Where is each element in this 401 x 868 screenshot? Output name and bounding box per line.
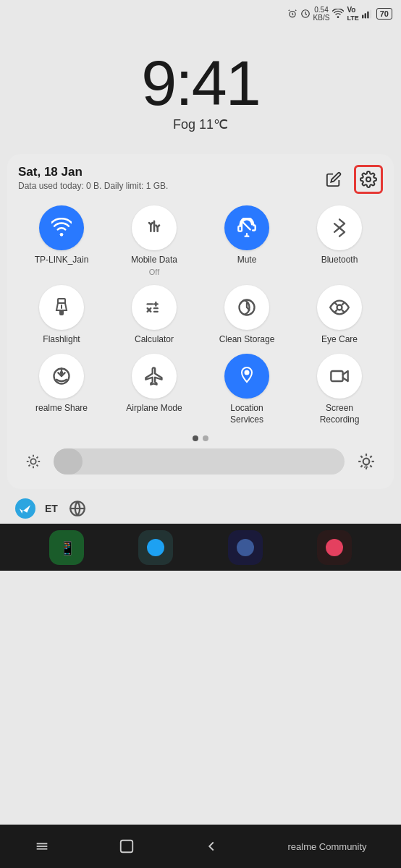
svg-rect-4 [367, 12, 368, 19]
brightness-fill [54, 448, 83, 475]
screen-recording-label: ScreenRecording [320, 403, 360, 425]
mute-label: Mute [237, 255, 257, 266]
flashlight-toggle[interactable]: Flashlight [18, 285, 105, 346]
bottom-app-row: ET [0, 489, 401, 524]
qs-header-icons [319, 165, 383, 194]
realme-share-label: realme Share [35, 403, 88, 414]
mobile-data-toggle[interactable]: Mobile Data Off [111, 205, 198, 276]
svg-text:A: A [364, 462, 368, 469]
settings-icon [360, 171, 377, 188]
flashlight-label: Flashlight [43, 334, 80, 346]
alarm-icon [287, 9, 297, 19]
svg-rect-27 [331, 371, 342, 381]
brightness-low-icon [22, 450, 45, 473]
svg-point-6 [366, 177, 371, 182]
quick-settings-panel: Sat, 18 Jan Data used today: 0 B. Daily … [7, 154, 394, 489]
svg-point-51 [237, 539, 254, 556]
bluetooth-icon [329, 218, 350, 238]
wifi-icon [332, 9, 344, 19]
settings-button[interactable] [354, 165, 383, 194]
wifi-toggle[interactable]: TP-LINK_Jain [18, 205, 105, 276]
svg-point-19 [337, 305, 342, 310]
svg-line-21 [342, 303, 344, 305]
svg-line-20 [335, 303, 337, 305]
mute-toggle[interactable]: Mute [203, 205, 290, 276]
screen-recording-circle [317, 354, 362, 399]
edit-icon [326, 171, 342, 187]
volte-icon: VoLTE [347, 6, 358, 22]
svg-line-44 [360, 466, 362, 467]
qs-date: Sat, 18 Jan [18, 165, 168, 179]
clock-icon [300, 9, 311, 19]
mobile-data-circle [132, 205, 177, 250]
clock-area: 9:41 Fog 11℃ [0, 25, 401, 140]
qs-data-usage: Data used today: 0 B. Daily limit: 1 GB. [18, 181, 168, 191]
svg-point-52 [326, 539, 343, 556]
svg-point-28 [30, 459, 35, 464]
realme-share-toggle[interactable]: realme Share [18, 354, 105, 425]
globe-app-icon[interactable] [67, 498, 88, 519]
clean-storage-label: Clean Storage [219, 334, 275, 346]
location-services-label: LocationServices [230, 403, 263, 425]
dot-1 [193, 435, 198, 441]
eye-care-icon [329, 297, 350, 318]
wifi-label: TP-LINK_Jain [35, 255, 89, 266]
nav-home-button[interactable] [119, 838, 135, 854]
nav-menu-button[interactable] [34, 838, 50, 854]
airplane-mode-toggle[interactable]: Airplane Mode [111, 354, 198, 425]
signal-icon [362, 9, 373, 19]
telegram-app-icon[interactable] [14, 498, 36, 519]
brightness-slider[interactable] [54, 448, 345, 475]
weather-label: Fog 11℃ [0, 116, 401, 132]
location-services-circle [224, 354, 269, 399]
airplane-mode-label: Airplane Mode [126, 403, 182, 414]
toggle-grid: TP-LINK_Jain Mobile Data Off [18, 205, 383, 425]
clean-storage-circle [224, 285, 269, 330]
et-label: ET [45, 503, 58, 514]
svg-line-36 [37, 457, 38, 459]
brightness-auto-icon[interactable]: A [353, 448, 379, 475]
mobile-data-icon [144, 218, 164, 238]
wifi-toggle-icon [51, 218, 72, 238]
clock-time: 9:41 [0, 46, 401, 120]
flashlight-icon [51, 297, 72, 318]
mute-circle [224, 205, 269, 250]
page-dots [18, 435, 383, 441]
bluetooth-label: Bluetooth [321, 255, 358, 266]
realme-share-circle [39, 354, 84, 399]
clean-storage-toggle[interactable]: Clean Storage [203, 285, 290, 346]
svg-line-23 [342, 310, 344, 311]
screen-recording-toggle[interactable]: ScreenRecording [296, 354, 383, 425]
svg-text:📱: 📱 [59, 540, 76, 556]
svg-line-7 [243, 223, 250, 229]
status-icons: 0.54KB/S VoLTE 70 [287, 6, 392, 22]
svg-line-34 [37, 465, 38, 467]
mobile-data-label: Mobile Data [131, 255, 177, 266]
svg-point-50 [147, 539, 164, 556]
svg-rect-9 [60, 310, 63, 315]
svg-point-25 [61, 372, 62, 373]
location-services-toggle[interactable]: LocationServices [203, 354, 290, 425]
qs-date-section: Sat, 18 Jan Data used today: 0 B. Daily … [18, 165, 168, 191]
calculator-icon [144, 297, 164, 318]
svg-rect-3 [364, 13, 366, 18]
dark-app-1[interactable]: 📱 [49, 530, 84, 565]
bluetooth-toggle[interactable]: Bluetooth [296, 205, 383, 276]
nav-back-button[interactable] [203, 838, 219, 854]
dark-app-2[interactable] [138, 530, 173, 565]
calculator-label: Calculator [135, 334, 174, 346]
eye-care-circle [317, 285, 362, 330]
calculator-toggle[interactable]: Calculator [111, 285, 198, 346]
mobile-data-sublabel: Off [149, 268, 159, 276]
dark-apps-strip: 📱 [0, 524, 401, 571]
edit-button[interactable] [319, 165, 348, 194]
dark-app-4[interactable] [317, 530, 352, 565]
svg-point-47 [15, 498, 35, 519]
eye-care-toggle[interactable]: Eye Care [296, 285, 383, 346]
svg-line-42 [360, 456, 362, 458]
dot-2 [203, 435, 208, 441]
dark-app-3[interactable] [228, 530, 263, 565]
nav-bar: realme Community [0, 825, 401, 868]
mute-icon [237, 218, 257, 238]
eye-care-label: Eye Care [321, 334, 358, 346]
